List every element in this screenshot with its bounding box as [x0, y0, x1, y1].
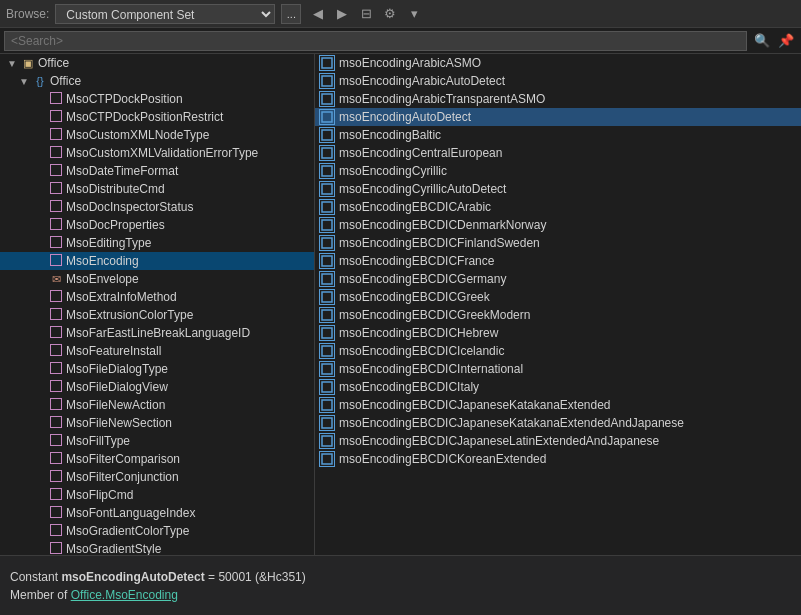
svg-rect-4	[322, 130, 332, 140]
enum-type-icon	[319, 379, 335, 395]
tree-item-label: MsoDocProperties	[66, 218, 165, 232]
settings-button[interactable]: ⚙	[379, 4, 401, 24]
tree-item[interactable]: MsoCustomXMLNodeType	[0, 126, 314, 144]
enum-type-icon	[319, 451, 335, 467]
stop-button[interactable]: ⊟	[355, 4, 377, 24]
enum-item[interactable]: msoEncodingEBCDICFrance	[315, 252, 801, 270]
tree-item-label: MsoFilterConjunction	[66, 470, 179, 484]
tree-root-label-2: Office	[50, 74, 81, 88]
tree-root-office2[interactable]: ▼ {} Office	[0, 72, 314, 90]
enum-item[interactable]: msoEncodingEBCDICIcelandic	[315, 342, 801, 360]
enum-item[interactable]: msoEncodingEBCDICGreek	[315, 288, 801, 306]
enum-item[interactable]: msoEncodingCyrillic	[315, 162, 801, 180]
tree-item[interactable]: MsoFileDialogType	[0, 360, 314, 378]
enum-type-icon	[319, 199, 335, 215]
tree-item[interactable]: MsoDistributeCmd	[0, 180, 314, 198]
enum-item[interactable]: msoEncodingArabicASMO	[315, 54, 801, 72]
pin-button[interactable]: 📌	[775, 31, 797, 51]
tree-item[interactable]: MsoFontLanguageIndex	[0, 504, 314, 522]
tree-item[interactable]: MsoCTPDockPositionRestrict	[0, 108, 314, 126]
enum-item[interactable]: msoEncodingEBCDICFinlandSweden	[315, 234, 801, 252]
enum-item[interactable]: msoEncodingArabicTransparentASMO	[315, 90, 801, 108]
enum-item[interactable]: msoEncodingEBCDICDenmarkNorway	[315, 216, 801, 234]
enum-item[interactable]: msoEncodingEBCDICJapaneseKatakanaExtende…	[315, 396, 801, 414]
tree-item[interactable]: MsoFilterConjunction	[0, 468, 314, 486]
svg-rect-13	[322, 292, 332, 302]
dropdown-arrow-button[interactable]: ▾	[403, 4, 425, 24]
enum-item[interactable]: msoEncodingEBCDICInternational	[315, 360, 801, 378]
tree-item[interactable]: MsoFileNewSection	[0, 414, 314, 432]
enum-item[interactable]: msoEncodingCyrillicAutoDetect	[315, 180, 801, 198]
enum-item-label: msoEncodingArabicTransparentASMO	[339, 92, 545, 106]
tree-item[interactable]: ✉MsoEnvelope	[0, 270, 314, 288]
tree-item[interactable]: MsoEditingType	[0, 234, 314, 252]
svg-rect-22	[322, 454, 332, 464]
tree-item[interactable]: MsoFileDialogView	[0, 378, 314, 396]
browse-dropdown[interactable]: Custom Component Set	[55, 4, 275, 24]
tree-item[interactable]: MsoGradientStyle	[0, 540, 314, 555]
tree-item[interactable]: MsoFillType	[0, 432, 314, 450]
enum-item[interactable]: msoEncodingEBCDICJapaneseKatakanaExtende…	[315, 414, 801, 432]
enum-item[interactable]: msoEncodingEBCDICKoreanExtended	[315, 450, 801, 468]
svg-rect-9	[322, 220, 332, 230]
tree-item[interactable]: MsoGradientColorType	[0, 522, 314, 540]
search-input[interactable]	[4, 31, 747, 51]
enum-item[interactable]: msoEncodingArabicAutoDetect	[315, 72, 801, 90]
svg-rect-15	[322, 328, 332, 338]
tree-item[interactable]: MsoExtrusionColorType	[0, 306, 314, 324]
tree-item[interactable]: MsoCustomXMLValidationErrorType	[0, 144, 314, 162]
tree-item[interactable]: MsoDateTimeFormat	[0, 162, 314, 180]
enum-item[interactable]: msoEncodingEBCDICJapaneseLatinExtendedAn…	[315, 432, 801, 450]
enum-item-label: msoEncodingEBCDICFinlandSweden	[339, 236, 540, 250]
tree-root-label-1: Office	[38, 56, 69, 70]
tree-item-label: MsoFeatureInstall	[66, 344, 161, 358]
status-member-link[interactable]: Office.MsoEncoding	[71, 588, 178, 602]
enum-item-label: msoEncodingAutoDetect	[339, 110, 471, 124]
enum-item[interactable]: msoEncodingEBCDICArabic	[315, 198, 801, 216]
tree-item[interactable]: MsoFeatureInstall	[0, 342, 314, 360]
enum-type-icon	[319, 127, 335, 143]
tree-item[interactable]: MsoDocInspectorStatus	[0, 198, 314, 216]
tree-item-label: MsoFileNewSection	[66, 416, 172, 430]
enum-item[interactable]: msoEncodingCentralEuropean	[315, 144, 801, 162]
tree-item[interactable]: MsoExtraInfoMethod	[0, 288, 314, 306]
tree-item[interactable]: MsoCTPDockPosition	[0, 90, 314, 108]
ellipsis-button[interactable]: ...	[281, 4, 301, 24]
back-button[interactable]: ◀	[307, 4, 329, 24]
enum-item[interactable]: msoEncodingEBCDICHebrew	[315, 324, 801, 342]
tree-item-label: MsoDistributeCmd	[66, 182, 165, 196]
enum-item-label: msoEncodingEBCDICIcelandic	[339, 344, 504, 358]
svg-rect-20	[322, 418, 332, 428]
enum-type-icon	[319, 325, 335, 341]
tree-item[interactable]: MsoFlipCmd	[0, 486, 314, 504]
tree-item[interactable]: MsoDocProperties	[0, 216, 314, 234]
enum-item-label: msoEncodingEBCDICHebrew	[339, 326, 498, 340]
enum-item-label: msoEncodingCyrillicAutoDetect	[339, 182, 506, 196]
search-button[interactable]: 🔍	[751, 31, 773, 51]
enum-item[interactable]: msoEncodingEBCDICItaly	[315, 378, 801, 396]
tree-arrow-1: ▼	[4, 58, 20, 69]
tree-item[interactable]: MsoEncoding	[0, 252, 314, 270]
tree-item[interactable]: MsoFileNewAction	[0, 396, 314, 414]
enum-item[interactable]: msoEncodingEBCDICGermany	[315, 270, 801, 288]
enum-type-icon	[319, 73, 335, 89]
tree-item-label: MsoEnvelope	[66, 272, 139, 286]
enum-type-icon	[319, 397, 335, 413]
enum-item[interactable]: msoEncodingAutoDetect	[315, 108, 801, 126]
enum-item-label: msoEncodingEBCDICFrance	[339, 254, 494, 268]
forward-button[interactable]: ▶	[331, 4, 353, 24]
svg-rect-0	[322, 58, 332, 68]
enum-item-label: msoEncodingEBCDICDenmarkNorway	[339, 218, 546, 232]
tree-item[interactable]: MsoFarEastLineBreakLanguageID	[0, 324, 314, 342]
tree-root-office1[interactable]: ▼ ▣ Office	[0, 54, 314, 72]
status-constant-value: = 50001 (&Hc351)	[205, 570, 306, 584]
enum-item[interactable]: msoEncodingBaltic	[315, 126, 801, 144]
svg-rect-7	[322, 184, 332, 194]
enum-item[interactable]: msoEncodingEBCDICGreekModern	[315, 306, 801, 324]
nav-icons: ◀ ▶ ⊟ ⚙ ▾	[307, 4, 425, 24]
enum-type-icon	[319, 271, 335, 287]
toolbar: Browse: Custom Component Set ... ◀ ▶ ⊟ ⚙…	[0, 0, 801, 28]
browse-label: Browse:	[6, 7, 49, 21]
tree-item-label: MsoCTPDockPosition	[66, 92, 183, 106]
tree-item[interactable]: MsoFilterComparison	[0, 450, 314, 468]
